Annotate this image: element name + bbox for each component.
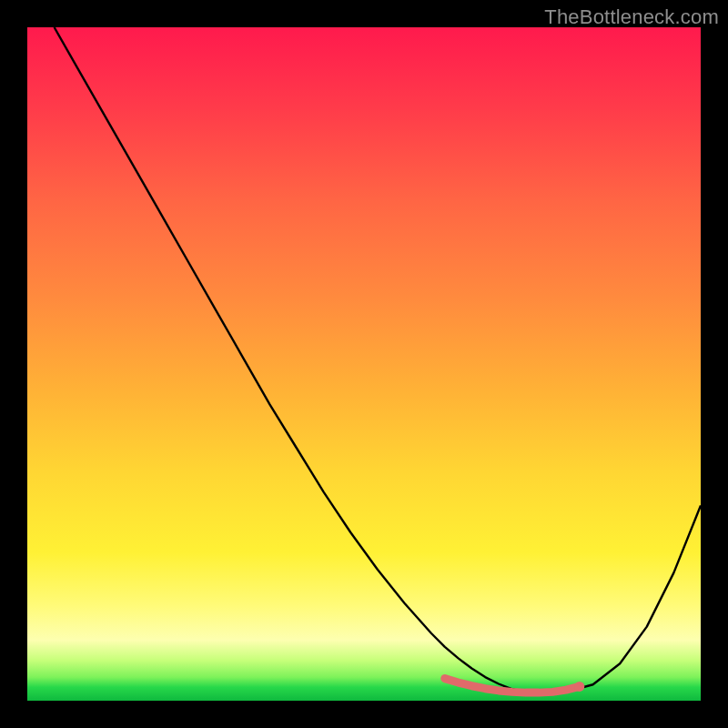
- highlight-end-dot: [574, 682, 584, 692]
- chart-frame: TheBottleneck.com: [0, 0, 728, 728]
- curve-svg: [27, 27, 701, 701]
- watermark-text: TheBottleneck.com: [544, 5, 719, 29]
- gradient-plot-area: [27, 27, 701, 701]
- curve-highlight: [445, 679, 580, 693]
- bottleneck-curve: [55, 27, 701, 693]
